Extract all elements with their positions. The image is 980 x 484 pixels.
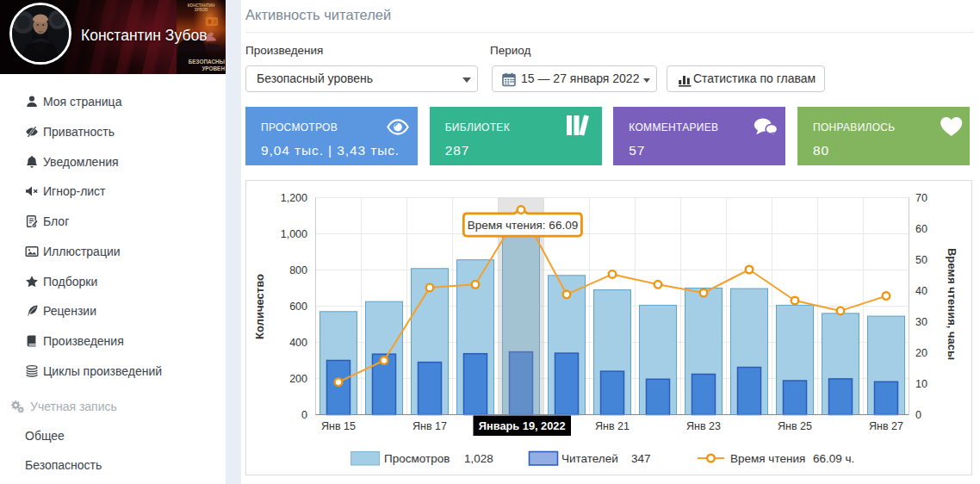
svg-text:Время чтения, часы: Время чтения, часы	[946, 248, 958, 360]
svg-text:КОНСТАНТИН: КОНСТАНТИН	[188, 3, 215, 8]
svg-text:Янв 23: Янв 23	[686, 420, 721, 432]
svg-text:600: 600	[289, 301, 307, 313]
svg-text:Янв 27: Янв 27	[869, 420, 903, 432]
svg-text:УРОВЕН: УРОВЕН	[202, 65, 225, 71]
svg-text:30: 30	[915, 316, 927, 328]
svg-text:50: 50	[915, 254, 927, 266]
svg-text:Янв 17: Янв 17	[412, 420, 447, 432]
svg-text:ЗУБОВ: ЗУБОВ	[195, 8, 208, 12]
svg-text:Просмотров: Просмотров	[384, 452, 450, 465]
svg-text:1,028: 1,028	[464, 452, 493, 465]
svg-text:400: 400	[289, 337, 307, 349]
svg-text:Читателей: Читателей	[561, 452, 618, 465]
svg-text:0: 0	[915, 409, 921, 421]
svg-text:БЕЗОПАСНЫ: БЕЗОПАСНЫ	[189, 59, 225, 65]
svg-text:Янв 25: Янв 25	[778, 420, 812, 432]
svg-text:200: 200	[289, 373, 307, 385]
svg-text:Время чтения: Время чтения	[730, 452, 805, 465]
svg-text:Время чтения: 66.09: Время чтения: 66.09	[468, 219, 579, 232]
svg-text:Количество: Количество	[253, 274, 266, 339]
svg-text:60: 60	[915, 223, 927, 235]
svg-text:Янв 15: Янв 15	[321, 420, 356, 432]
svg-text:1,000: 1,000	[281, 228, 307, 240]
svg-text:0: 0	[301, 409, 307, 421]
svg-text:Янв 21: Янв 21	[595, 420, 630, 432]
svg-text:66.09 ч.: 66.09 ч.	[813, 452, 854, 465]
svg-text:1,200: 1,200	[281, 192, 307, 204]
svg-text:10: 10	[915, 378, 927, 390]
svg-text:347: 347	[631, 452, 651, 465]
svg-text:70: 70	[915, 192, 927, 204]
svg-text:Январь 19, 2022: Январь 19, 2022	[479, 419, 566, 432]
svg-text:800: 800	[289, 264, 307, 276]
svg-text:20: 20	[915, 347, 927, 359]
svg-text:40: 40	[915, 285, 927, 297]
